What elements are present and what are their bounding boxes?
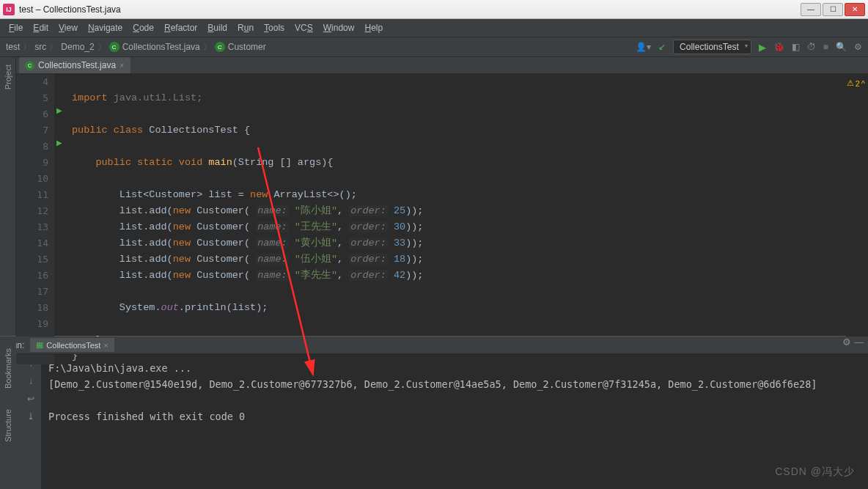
menu-view[interactable]: View (54, 21, 82, 34)
menu-window[interactable]: Window (319, 21, 359, 34)
run-header: Run: ▦ CollectionsTest × ⚙ — (0, 337, 868, 354)
toolbar-right: 👤▾ ↙ CollectionsTest ▶ 🐞 ◧ ⏱ ■ 🔍 ⚙ (636, 40, 862, 54)
left-tool-strip: Project (0, 57, 16, 336)
back-icon[interactable]: ↙ (658, 42, 666, 52)
menu-help[interactable]: Help (360, 21, 387, 34)
code-area[interactable]: 4 5 6 7 8 9 10 11 12 13 14 15 16 17 18 1… (16, 74, 868, 364)
menu-build[interactable]: Build (203, 21, 232, 34)
bc-customer[interactable]: Customer (228, 42, 266, 52)
scroll-icon[interactable]: ⤓ (27, 411, 34, 422)
editor: C CollectionsTest.java × 4 5 6 7 8 9 10 … (16, 57, 868, 336)
profile-icon[interactable]: ⏱ (807, 42, 816, 52)
menu-run[interactable]: Run (233, 21, 258, 34)
tab-label: CollectionsTest.java (38, 60, 116, 70)
minimize-button[interactable]: — (801, 3, 821, 16)
main-area: Project C CollectionsTest.java × 4 5 6 7… (0, 57, 868, 336)
bc-demo2[interactable]: Demo_2 (61, 42, 94, 52)
close-tab-icon[interactable]: × (119, 61, 124, 70)
menu-tools[interactable]: Tools (260, 21, 289, 34)
app-icon: IJ (3, 4, 15, 15)
bc-test[interactable]: test (6, 42, 20, 52)
line-number-gutter: 4 5 6 7 8 9 10 11 12 13 14 15 16 17 18 1… (16, 74, 54, 364)
menu-vcs[interactable]: VCS (290, 21, 317, 34)
run-body: ▶ ■ ⇵ ☰ 🖶 🗑 ↑ ↓ ↩ ⤓ F:\Java\bin\java.exe… (0, 354, 868, 489)
run-button[interactable]: ▶ (759, 42, 766, 53)
menu-navigate[interactable]: Navigate (84, 21, 127, 34)
watermark: CSDN @冯大少 (775, 466, 855, 479)
run-configuration-dropdown[interactable]: CollectionsTest (673, 40, 751, 54)
user-icon[interactable]: 👤▾ (636, 42, 651, 52)
stop-button[interactable]: ■ (823, 42, 828, 52)
bc-src[interactable]: src (34, 42, 46, 52)
search-icon[interactable]: 🔍 (836, 42, 847, 52)
breadcrumb[interactable]: test〉 src〉 Demo_2〉 C CollectionsTest.jav… (6, 41, 266, 54)
menu-file[interactable]: File (4, 21, 27, 34)
right-gutter: ⚠ 2 ^ (846, 74, 868, 364)
editor-tab[interactable]: C CollectionsTest.java × (19, 57, 130, 73)
structure-tool-button[interactable]: Structure (4, 406, 12, 445)
window-title: test – CollectionsTest.java (19, 4, 801, 15)
console-output[interactable]: F:\Java\bin\java.exe ... [Demo_2.Custome… (41, 354, 868, 489)
menu-edit[interactable]: Edit (29, 21, 53, 34)
bc-file[interactable]: CollectionsTest.java (122, 42, 200, 52)
run-settings-icon[interactable]: ⚙ — (842, 337, 864, 348)
down-icon[interactable]: ↓ (29, 376, 33, 386)
project-tool-button[interactable]: Project (4, 62, 12, 92)
debug-button[interactable]: 🐞 (773, 42, 784, 52)
warning-badge[interactable]: ⚠ 2 ^ (847, 78, 865, 88)
maximize-button[interactable]: ☐ (823, 3, 843, 16)
close-button[interactable]: ✕ (845, 3, 865, 16)
class-icon: C (215, 42, 225, 52)
menu-code[interactable]: Code (128, 21, 158, 34)
editor-tabs: C CollectionsTest.java × (16, 57, 868, 74)
title-bar: IJ test – CollectionsTest.java — ☐ ✕ (0, 0, 868, 19)
menu-bar: File Edit View Navigate Code Refactor Bu… (0, 19, 868, 37)
coverage-icon[interactable]: ◧ (792, 42, 800, 52)
window-buttons: — ☐ ✕ (801, 3, 865, 16)
code-content[interactable]: import java.util.List; public class Coll… (54, 74, 846, 364)
menu-refactor[interactable]: Refactor (160, 21, 202, 34)
wrap-icon[interactable]: ↩ (27, 394, 34, 404)
class-icon: C (25, 61, 34, 70)
left-lower-strip: Bookmarks Structure (0, 341, 16, 473)
navigation-bar: test〉 src〉 Demo_2〉 C CollectionsTest.jav… (0, 37, 868, 57)
settings-icon[interactable]: ⚙ (854, 42, 862, 52)
bookmarks-tool-button[interactable]: Bookmarks (4, 345, 12, 391)
run-tab[interactable]: ▦ CollectionsTest × (30, 338, 114, 352)
class-icon: C (109, 42, 119, 52)
run-tools-left2: ↑ ↓ ↩ ⤓ (21, 354, 41, 489)
close-run-tab-icon[interactable]: × (103, 341, 108, 350)
